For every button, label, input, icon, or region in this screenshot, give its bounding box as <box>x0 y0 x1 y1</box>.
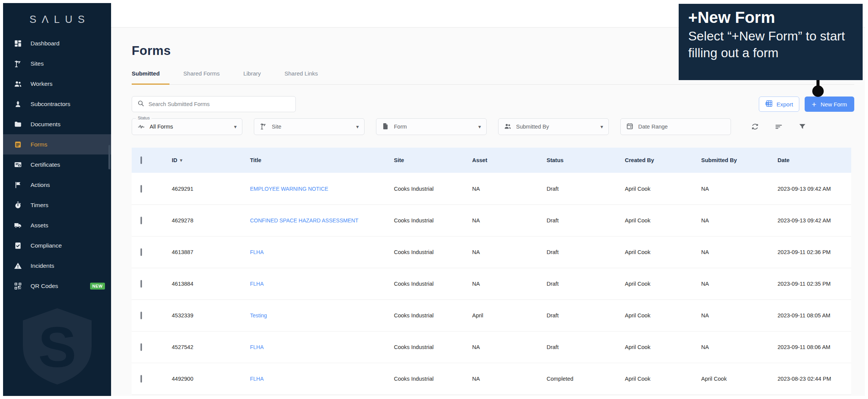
sidebar-item-workers[interactable]: Workers <box>3 74 111 94</box>
sidebar-item-label: Actions <box>31 182 50 188</box>
new-form-button[interactable]: + New Form <box>805 97 854 112</box>
cell-status: Draft <box>547 249 625 255</box>
cell-asset: NA <box>472 344 547 350</box>
search-input[interactable] <box>148 101 290 107</box>
sidebar-item-subcontractors[interactable]: Subcontractors <box>3 94 111 114</box>
cell-asset: NA <box>472 281 547 287</box>
cell-site: Cooks Industrial <box>394 217 472 224</box>
search-box[interactable] <box>132 96 296 112</box>
cell-status: Draft <box>547 217 625 224</box>
status-select[interactable]: Status All Forms ▾ <box>132 118 242 135</box>
sidebar-item-dashboard[interactable]: Dashboard <box>3 33 111 53</box>
cell-asset: April <box>472 312 547 319</box>
select-all-checkbox[interactable] <box>140 156 142 164</box>
column-header-title[interactable]: Title <box>250 157 394 163</box>
column-header-id[interactable]: ID▾ <box>172 157 250 163</box>
row-checkbox[interactable] <box>140 343 142 351</box>
chevron-down-icon: ▾ <box>356 124 359 130</box>
sidebar-item-compliance[interactable]: Compliance <box>3 235 111 256</box>
form-title-link[interactable]: FLHA <box>250 249 264 255</box>
sidebar-nav: DashboardSitesWorkersSubcontractorsDocum… <box>3 33 111 296</box>
tab-shared-links[interactable]: Shared Links <box>284 69 328 85</box>
tab-shared-forms[interactable]: Shared Forms <box>183 69 229 85</box>
cell-asset: NA <box>472 186 547 192</box>
salus-logo[interactable]: SΛLUS <box>3 14 111 26</box>
column-header-submitted-by[interactable]: Submitted By <box>701 157 778 163</box>
sidebar-item-actions[interactable]: Actions <box>3 175 111 195</box>
excel-icon: x <box>765 100 773 109</box>
sidebar-item-qr-codes[interactable]: QR CodesNEW <box>3 276 111 296</box>
cell-id: 4629291 <box>172 186 250 192</box>
sidebar-item-incidents[interactable]: Incidents <box>3 256 111 276</box>
shield-watermark-icon: S <box>21 307 94 386</box>
cell-site: Cooks Industrial <box>394 312 472 319</box>
row-checkbox[interactable] <box>140 217 142 224</box>
cell-submitted-by: NA <box>701 186 778 192</box>
sidebar-item-assets[interactable]: Assets <box>3 215 111 235</box>
svg-text:S: S <box>38 315 76 379</box>
sidebar-item-timers[interactable]: Timers <box>3 195 111 215</box>
sidebar-item-certificates[interactable]: Certificates <box>3 154 111 175</box>
cell-asset: NA <box>472 376 547 382</box>
status-select-value: All Forms <box>150 124 173 130</box>
sidebar-item-documents[interactable]: Documents <box>3 114 111 134</box>
column-header-created-by[interactable]: Created By <box>625 157 701 163</box>
cell-id: 4613884 <box>172 281 250 287</box>
refresh-button[interactable] <box>751 122 759 131</box>
table-header-row: ID▾TitleSiteAssetStatusCreated BySubmitt… <box>132 148 851 173</box>
cell-site: Cooks Industrial <box>394 376 472 382</box>
cell-site: Cooks Industrial <box>394 281 472 287</box>
sidebar-item-sites[interactable]: Sites <box>3 53 111 74</box>
form-title-link[interactable]: FLHA <box>250 344 264 350</box>
cell-status: Draft <box>547 344 625 350</box>
row-checkbox[interactable] <box>140 185 142 193</box>
document-icon <box>382 122 389 131</box>
sidebar-item-label: Subcontractors <box>31 101 70 108</box>
form-select[interactable]: Form ▾ <box>376 118 487 135</box>
form-title-link[interactable]: EMPLOYEE WARNING NOTICE <box>250 186 328 192</box>
cell-id: 4492900 <box>172 376 250 382</box>
form-title-link[interactable]: FLHA <box>250 376 264 382</box>
column-header-date[interactable]: Date <box>778 157 851 163</box>
cell-date: 2023-09-11 02:36 PM <box>778 249 851 255</box>
sidebar-scrollbar[interactable] <box>108 145 110 169</box>
cell-date: 2023-09-11 02:35 PM <box>778 281 851 287</box>
site-select-placeholder: Site <box>272 124 281 130</box>
row-checkbox[interactable] <box>140 248 142 256</box>
row-checkbox[interactable] <box>140 312 142 319</box>
people-icon <box>14 80 22 88</box>
column-header-status[interactable]: Status <box>547 157 625 163</box>
svg-text:x: x <box>766 102 768 105</box>
form-title-link[interactable]: Testing <box>250 312 267 319</box>
table-row: 4629278CONFINED SPACE HAZARD ASSESSMENTC… <box>132 204 851 236</box>
sort-button[interactable] <box>774 122 783 131</box>
cell-date: 2023-09-11 08:05 AM <box>778 312 851 319</box>
column-header-site[interactable]: Site <box>394 157 472 163</box>
row-checkbox[interactable] <box>140 280 142 288</box>
cell-created-by: April Cook <box>625 186 701 192</box>
cell-title: FLHA <box>250 344 394 350</box>
tab-library[interactable]: Library <box>243 69 271 85</box>
refresh-icon <box>751 122 759 131</box>
form-title-link[interactable]: CONFINED SPACE HAZARD ASSESSMENT <box>250 217 358 224</box>
form-select-placeholder: Form <box>394 124 407 130</box>
tooltip-body: Select “+New Form” to start filling out … <box>688 28 858 61</box>
date-range-field[interactable]: Date Range <box>620 118 731 135</box>
submitted-by-select[interactable]: Submitted By ▾ <box>498 118 609 135</box>
column-header-asset[interactable]: Asset <box>472 157 547 163</box>
cell-title: FLHA <box>250 249 394 255</box>
tab-submitted[interactable]: Submitted <box>132 69 169 85</box>
form-title-link[interactable]: FLHA <box>250 281 264 287</box>
table-row: 4613887FLHACooks IndustrialNADraftApril … <box>132 236 851 268</box>
sidebar-item-forms[interactable]: Forms <box>3 134 111 154</box>
row-checkbox[interactable] <box>140 375 142 383</box>
flag-icon <box>14 181 22 189</box>
cell-created-by: April Cook <box>625 344 701 350</box>
cell-site: Cooks Industrial <box>394 249 472 255</box>
site-select[interactable]: Site ▾ <box>254 118 365 135</box>
sidebar-item-label: Assets <box>31 222 48 229</box>
chevron-down-icon: ▾ <box>234 124 237 130</box>
export-button[interactable]: x Export <box>759 97 799 112</box>
filter-button[interactable] <box>798 122 807 131</box>
certificate-icon <box>14 161 22 169</box>
